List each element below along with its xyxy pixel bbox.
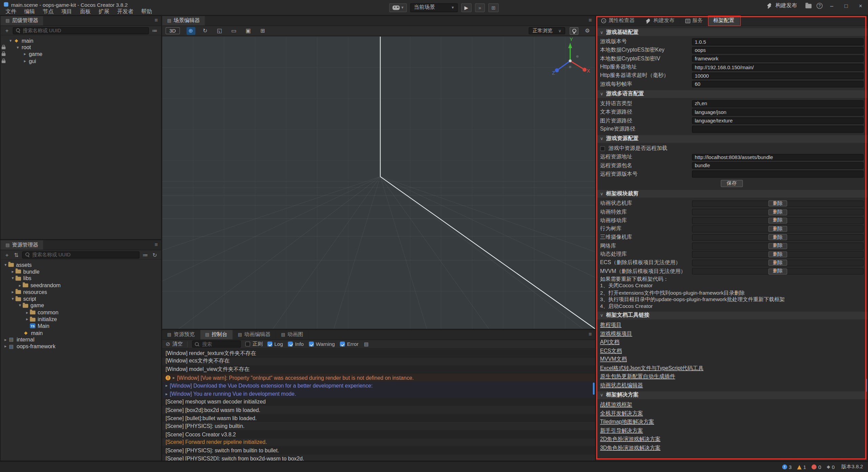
- solution-link[interactable]: 2D角色扮演游戏解决方案: [600, 436, 660, 443]
- console-log-row[interactable]: [Scene] Forward render pipeline initiali…: [162, 438, 595, 446]
- layout-grid-button[interactable]: ⊞: [488, 3, 499, 12]
- module-delete-button[interactable]: 删除: [768, 209, 787, 215]
- menu-item[interactable]: 编辑: [20, 8, 39, 15]
- regex-checkbox[interactable]: 正则: [245, 340, 263, 348]
- console-log-row[interactable]: [Scene] Cocos Creator v3.8.2: [162, 430, 595, 438]
- section-header-solutions[interactable]: ∨框架解决方案: [596, 391, 867, 399]
- menu-item[interactable]: 帮助: [137, 8, 156, 15]
- property-input[interactable]: [692, 100, 864, 107]
- log-filter[interactable]: Error: [340, 341, 358, 347]
- hierarchy-node[interactable]: game: [1, 51, 161, 58]
- view-mode-select[interactable]: 正常浏览∨: [529, 27, 565, 34]
- asset-node[interactable]: internal: [1, 336, 161, 343]
- property-input[interactable]: [692, 38, 864, 45]
- asset-node[interactable]: script: [1, 295, 161, 302]
- asset-node[interactable]: Main: [1, 322, 161, 329]
- module-delete-button[interactable]: 删除: [768, 268, 787, 274]
- module-delete-button[interactable]: 删除: [768, 226, 787, 232]
- expand-arrow-icon[interactable]: [24, 310, 30, 315]
- console-log-row[interactable]: [Scene] [PHYSICS2D]: switch from box2d-w…: [162, 454, 595, 460]
- module-delete-button[interactable]: 删除: [768, 251, 787, 257]
- asset-node[interactable]: resources: [1, 289, 161, 295]
- scale-tool-icon[interactable]: ◱: [215, 27, 224, 35]
- property-input[interactable]: [692, 162, 864, 169]
- save-button[interactable]: 保存: [721, 180, 743, 187]
- clear-console-button[interactable]: ⊘清空: [165, 340, 183, 348]
- log-filter[interactable]: Info: [288, 341, 304, 347]
- scene-viewport[interactable]: Y X Z: [162, 37, 595, 329]
- asset-node[interactable]: common: [1, 309, 161, 316]
- solution-link[interactable]: Tiledmap地图解决方案: [600, 418, 654, 426]
- solution-link[interactable]: 全栈开发解决方案: [600, 410, 643, 417]
- z-axis-arrow[interactable]: [555, 68, 559, 72]
- console-log-row[interactable]: [Scene] meshopt wasm decoder initialized: [162, 398, 595, 406]
- log-expand-arrow-icon[interactable]: [165, 391, 167, 396]
- asset-node[interactable]: initialize: [1, 316, 161, 322]
- panel-menu-icon[interactable]: ≡: [155, 241, 158, 248]
- tab-service[interactable]: 服务: [680, 16, 708, 25]
- info-count[interactable]: 3: [782, 464, 792, 470]
- module-delete-button[interactable]: 删除: [768, 217, 787, 223]
- expand-arrow-icon[interactable]: [8, 38, 13, 43]
- filter-checkbox-box[interactable]: [340, 341, 345, 347]
- menu-item[interactable]: 节点: [39, 8, 58, 15]
- tab-build[interactable]: 构建发布: [640, 16, 680, 25]
- filter-button[interactable]: ≔: [142, 252, 149, 258]
- hierarchy-node[interactable]: main: [1, 37, 161, 44]
- doc-link[interactable]: 游戏模板项目: [600, 330, 632, 337]
- module-delete-button[interactable]: 删除: [768, 201, 787, 207]
- doc-link[interactable]: ECS文档: [600, 348, 622, 355]
- doc-link[interactable]: 原生包热更新配置自动生成插件: [600, 373, 675, 380]
- scene-select[interactable]: 当前场景▾: [410, 3, 457, 12]
- doc-link[interactable]: 教程项目: [600, 322, 622, 329]
- expand-arrow-icon[interactable]: [10, 290, 15, 295]
- console-log-row[interactable]: [Scene] [box2d]:box2d wasm lib loaded.: [162, 406, 595, 414]
- module-delete-button[interactable]: 删除: [768, 234, 787, 240]
- expand-arrow-icon[interactable]: [3, 344, 8, 349]
- property-input[interactable]: [692, 72, 864, 79]
- open-folder-icon[interactable]: [804, 1, 813, 10]
- console-log-row[interactable]: [Window] [Vue warn]: Property "onInput" …: [162, 374, 595, 382]
- console-log-row[interactable]: [Scene] [PHYSICS]: using builtin.: [162, 422, 595, 430]
- solution-link[interactable]: 新手引导解决方案: [600, 427, 643, 434]
- panel-menu-icon[interactable]: ≡: [589, 17, 592, 23]
- solution-link[interactable]: 3D角色扮演游戏解决方案: [600, 444, 660, 451]
- section-header-language[interactable]: ∨游戏多语言配置: [596, 90, 867, 98]
- play-button[interactable]: ▶: [461, 3, 472, 12]
- refresh-icon[interactable]: ↻: [151, 252, 158, 258]
- log-expand-arrow-icon[interactable]: [165, 383, 167, 388]
- filter-checkbox-box[interactable]: [309, 341, 314, 347]
- section-header-modules[interactable]: ∨框架模块裁剪: [596, 190, 867, 198]
- asset-node[interactable]: game: [1, 302, 161, 309]
- menu-item[interactable]: 面板: [76, 8, 95, 15]
- snap-tool-icon[interactable]: ⊞: [258, 27, 267, 35]
- hierarchy-node[interactable]: root: [1, 44, 161, 51]
- log-filter[interactable]: Warning: [309, 341, 335, 347]
- filter-checkbox-box[interactable]: [267, 341, 272, 347]
- move-tool-icon[interactable]: ⊕: [186, 27, 195, 35]
- expand-arrow-icon[interactable]: [3, 262, 8, 267]
- section-header-docs[interactable]: ∨框架文档工具链接: [596, 312, 867, 319]
- expand-arrow-icon[interactable]: [15, 45, 20, 50]
- module-delete-button[interactable]: 删除: [768, 260, 787, 266]
- section-header-resource[interactable]: ∨游戏资源配置: [596, 135, 867, 143]
- minimize-button[interactable]: –: [827, 2, 837, 9]
- log-filter[interactable]: Log: [267, 341, 283, 347]
- property-input[interactable]: [692, 171, 864, 177]
- console-tab[interactable]: ▤ 动画图: [276, 330, 309, 339]
- expand-arrow-icon[interactable]: [24, 317, 30, 322]
- rotate-tool-icon[interactable]: ↻: [201, 27, 210, 35]
- console-log-row[interactable]: [Window] You are running Vue in developm…: [162, 390, 595, 398]
- error-count[interactable]: 0: [812, 464, 821, 470]
- property-input[interactable]: [692, 109, 864, 116]
- light-toggle-icon[interactable]: [570, 27, 578, 35]
- add-node-button[interactable]: +: [3, 27, 11, 34]
- tab-hierarchy[interactable]: ▤层级管理器: [1, 16, 44, 25]
- tab-scene-editor[interactable]: ▤场景编辑器: [162, 16, 205, 25]
- panel-menu-icon[interactable]: ≡: [589, 331, 592, 337]
- console-tab[interactable]: ▤ 控制台: [200, 330, 233, 339]
- task-count[interactable]: 0: [827, 464, 834, 470]
- expand-arrow-icon[interactable]: [3, 337, 8, 342]
- console-tab[interactable]: ▤ 动画编辑器: [233, 330, 276, 339]
- property-input[interactable]: [692, 47, 864, 54]
